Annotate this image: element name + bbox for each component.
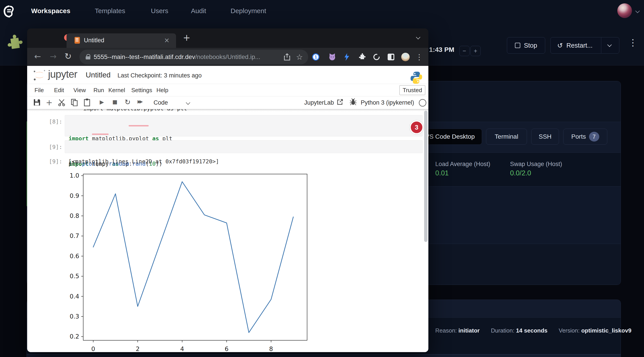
workspace-time: 1:43 PM bbox=[429, 46, 454, 54]
svg-text:0.9: 0.9 bbox=[70, 192, 79, 199]
kernel-name[interactable]: Python 3 (ipykernel) bbox=[361, 99, 414, 106]
notification-count-badge[interactable]: 3 bbox=[410, 120, 424, 134]
reader-extension-icon[interactable] bbox=[386, 52, 396, 62]
checkpoint-status: Last Checkpoint: 3 minutes ago bbox=[118, 72, 202, 79]
output-repr-text: [<matplotlib.lines.Line2D at 0x7fd03f191… bbox=[68, 158, 219, 165]
ports-button[interactable]: Ports 7 bbox=[563, 129, 607, 145]
duration-value: 14 seconds bbox=[516, 327, 548, 334]
reload-icon[interactable]: ↻ bbox=[64, 52, 72, 61]
forward-icon[interactable]: → bbox=[50, 52, 56, 61]
zoom-in-button[interactable]: + bbox=[470, 46, 481, 56]
output-prompt: [9]: bbox=[36, 158, 62, 165]
jupyterlab-link[interactable]: JupyterLab bbox=[304, 99, 334, 106]
lock-icon bbox=[86, 54, 90, 60]
paste-icon[interactable] bbox=[84, 98, 90, 106]
add-cell-icon[interactable]: + bbox=[46, 98, 52, 107]
jupyter-logo-icon bbox=[32, 68, 47, 82]
ssh-label: SSH bbox=[539, 133, 552, 140]
external-link-icon[interactable] bbox=[337, 99, 343, 105]
save-icon[interactable] bbox=[34, 99, 40, 106]
stop-button[interactable]: Stop bbox=[507, 37, 545, 54]
cat-extension-icon[interactable] bbox=[328, 52, 337, 62]
run-cell-icon[interactable]: ▶ bbox=[100, 99, 104, 105]
restart-button[interactable]: ↺ Restart... bbox=[550, 37, 619, 54]
python-logo-icon bbox=[410, 71, 422, 84]
extensions-puzzle-icon[interactable] bbox=[358, 52, 366, 62]
browser-profile-avatar[interactable] bbox=[401, 52, 410, 62]
stop-icon bbox=[515, 43, 520, 48]
svg-text:0.7: 0.7 bbox=[70, 232, 79, 239]
stop-button-label: Stop bbox=[524, 42, 537, 49]
matplotlib-figure: 0.20.30.40.50.60.70.80.91.002468 bbox=[63, 172, 316, 352]
cell8-prompt: [8]: bbox=[36, 118, 62, 125]
cell9-prompt: [9]: bbox=[36, 144, 62, 150]
trusted-button[interactable]: Trusted bbox=[400, 85, 425, 95]
back-icon[interactable]: ← bbox=[34, 52, 41, 61]
user-menu-chevron-icon[interactable] bbox=[635, 9, 640, 13]
jupyter-page: jupyter Untitled Last Checkpoint: 3 minu… bbox=[27, 66, 428, 352]
tab-close-icon[interactable]: × bbox=[164, 36, 170, 44]
jupyter-menubar bbox=[27, 84, 428, 96]
menu-kernel[interactable]: Kernel bbox=[108, 87, 125, 94]
ssh-button[interactable]: SSH bbox=[531, 129, 559, 145]
workspace-kebab-menu[interactable]: ⋮ bbox=[628, 38, 635, 48]
browser-kebab-menu[interactable]: ⋮ bbox=[415, 52, 424, 62]
browser-tab[interactable]: Untitled × bbox=[66, 34, 176, 48]
tab-title: Untitled bbox=[84, 37, 104, 44]
cut-icon[interactable] bbox=[58, 98, 66, 106]
restart-kernel-icon[interactable]: ↻ bbox=[124, 98, 130, 106]
browser-window: Untitled × + ← → ↻ 5555--main--test--mat… bbox=[27, 28, 428, 352]
debugger-bug-icon[interactable] bbox=[350, 98, 356, 106]
screen: Workspaces Templates Users Audit Deploym… bbox=[0, 0, 644, 357]
url-path: /notebooks/Untitled.ip... bbox=[195, 54, 260, 60]
restart-options-chevron-icon[interactable] bbox=[607, 42, 612, 47]
build-meta-row: Reason: initiator Duration: 14 seconds V… bbox=[435, 327, 631, 334]
menu-help[interactable]: Help bbox=[156, 87, 168, 94]
svg-text:0.3: 0.3 bbox=[70, 313, 79, 320]
nav-item-workspaces[interactable]: Workspaces bbox=[31, 7, 70, 15]
share-icon[interactable] bbox=[284, 53, 290, 61]
menu-edit[interactable]: Edit bbox=[54, 87, 64, 94]
restart-button-label: Restart... bbox=[566, 42, 592, 49]
terminal-button[interactable]: Terminal bbox=[486, 129, 527, 145]
spellcheck-underline bbox=[92, 134, 108, 135]
address-bar[interactable]: 5555--main--test--matifali.atif.cdr.dev … bbox=[80, 50, 308, 64]
interrupt-kernel-icon[interactable]: ■ bbox=[112, 99, 118, 105]
svg-text:4: 4 bbox=[180, 346, 184, 352]
bookmark-star-icon[interactable]: ☆ bbox=[296, 52, 303, 62]
menu-run[interactable]: Run bbox=[94, 87, 104, 94]
puzzle-extension-icon[interactable] bbox=[6, 35, 23, 52]
svg-text:0.5: 0.5 bbox=[70, 273, 79, 280]
copy-icon[interactable] bbox=[71, 98, 78, 106]
coder-logo-icon[interactable] bbox=[4, 5, 15, 18]
zoom-out-button[interactable]: − bbox=[459, 46, 470, 56]
nav-item-templates[interactable]: Templates bbox=[95, 7, 125, 15]
ring-extension-icon[interactable] bbox=[372, 52, 381, 62]
run-all-icon[interactable]: ▶▶ bbox=[138, 99, 141, 104]
nav-item-audit[interactable]: Audit bbox=[191, 7, 206, 15]
menu-view[interactable]: View bbox=[74, 87, 86, 94]
load-average-value: 0.01 bbox=[435, 169, 448, 177]
nav-item-deployment[interactable]: Deployment bbox=[230, 7, 266, 15]
new-tab-button[interactable]: + bbox=[183, 32, 190, 43]
button-divider bbox=[601, 38, 601, 53]
menu-file[interactable]: File bbox=[34, 87, 44, 94]
svg-text:8: 8 bbox=[269, 346, 273, 352]
onepassword-extension-icon[interactable]: 1 bbox=[311, 52, 320, 62]
browser-tabstrip: Untitled × + bbox=[27, 28, 428, 48]
code-cell-8[interactable]: import matplotlib.pyplot as plt import n… bbox=[65, 115, 422, 136]
reason-label: Reason: bbox=[435, 327, 457, 334]
lightning-extension-icon[interactable] bbox=[342, 52, 351, 62]
user-avatar[interactable] bbox=[617, 3, 632, 18]
kernel-status-icon bbox=[419, 99, 426, 106]
cell-type-dropdown[interactable]: Code bbox=[154, 99, 168, 106]
ports-label: Ports bbox=[571, 133, 586, 140]
notebook-title[interactable]: Untitled bbox=[86, 71, 110, 79]
tab-search-chevron-icon[interactable] bbox=[416, 35, 420, 40]
code-cell-9[interactable]: plt.plot(np.random.rand(10)) bbox=[65, 140, 422, 153]
version-label: Version: bbox=[559, 327, 580, 334]
scrollbar-thumb[interactable] bbox=[424, 110, 428, 242]
swap-usage-value: 0.0/2.0 bbox=[510, 169, 531, 177]
nav-item-users[interactable]: Users bbox=[151, 7, 168, 15]
menu-settings[interactable]: Settings bbox=[131, 87, 152, 94]
